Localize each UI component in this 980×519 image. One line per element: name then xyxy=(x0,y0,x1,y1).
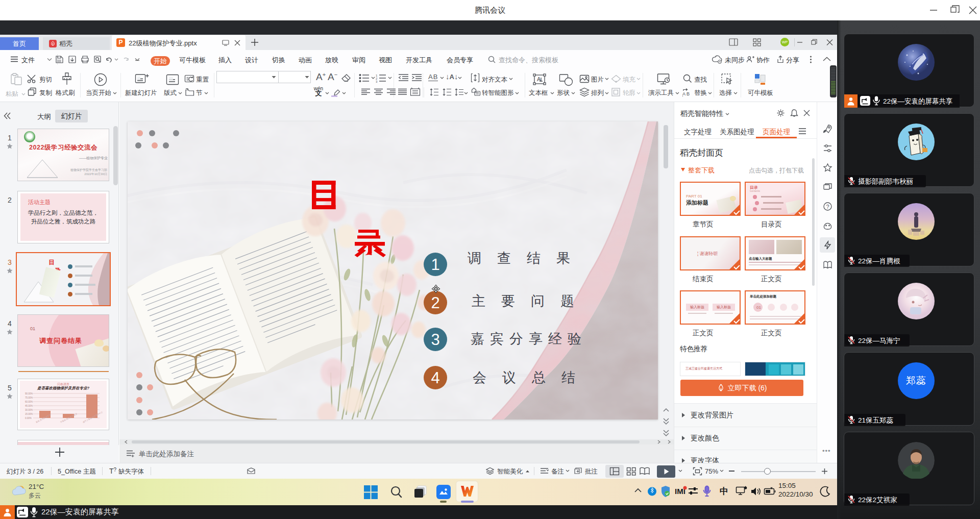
svg-text:3: 3 xyxy=(376,80,378,83)
svg-text:4: 4 xyxy=(431,369,439,387)
svg-text:01: 01 xyxy=(756,305,761,310)
svg-text:30.00%: 30.00% xyxy=(25,409,33,411)
svg-text:3: 3 xyxy=(431,331,439,349)
svg-text:1: 1 xyxy=(431,256,439,274)
svg-text:B: B xyxy=(687,91,690,96)
svg-text:45.00%: 45.00% xyxy=(25,405,33,407)
svg-text:2: 2 xyxy=(431,294,439,312)
svg-text:15.00%: 15.00% xyxy=(25,413,33,415)
svg-text:?: ? xyxy=(826,204,829,210)
svg-text:90.00%: 90.00% xyxy=(25,392,33,395)
svg-text:75.00%: 75.00% xyxy=(25,397,33,399)
svg-text:60.00%: 60.00% xyxy=(25,401,33,403)
svg-text:0.00%: 0.00% xyxy=(25,417,32,419)
svg-text:A: A xyxy=(682,91,685,96)
